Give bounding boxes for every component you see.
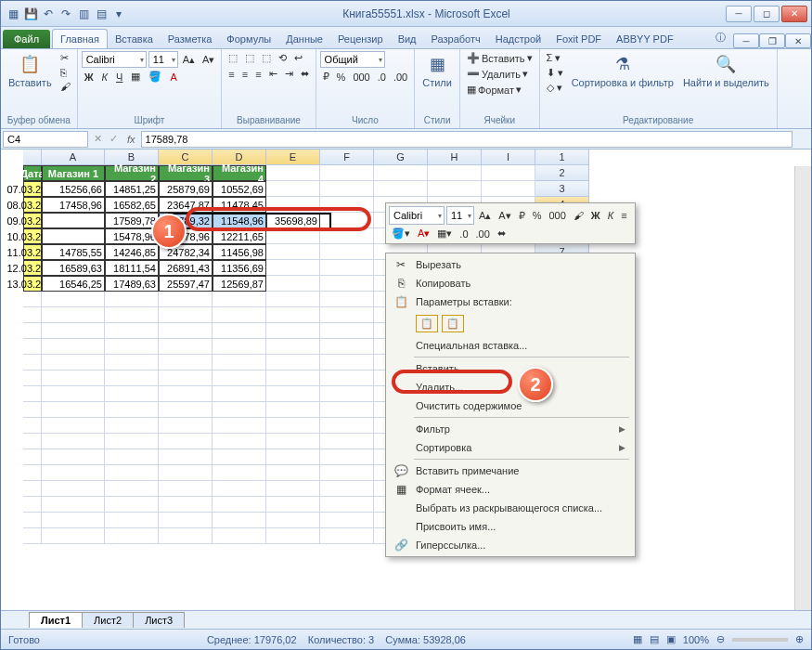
mini-grow[interactable]: A▴ [476,209,494,223]
cell[interactable] [213,528,266,544]
cell[interactable] [159,528,213,544]
cell[interactable] [266,418,320,434]
cell[interactable] [374,181,428,197]
data-cell[interactable]: 25597,47 [159,276,213,292]
cell[interactable] [482,181,535,197]
format-cells[interactable]: ▦ Формат ▾ [464,83,524,97]
ctx-dropdown[interactable]: Выбрать из раскрывающегося списка... [388,499,633,517]
sheet-tab[interactable]: Лист2 [82,612,134,628]
cell[interactable] [23,418,42,434]
cell[interactable] [213,449,266,465]
cell[interactable] [42,339,105,355]
cell[interactable] [320,244,374,260]
mini-shrink[interactable]: A▾ [496,209,513,223]
formula-bar[interactable]: 17589,78 [141,131,793,148]
align-right[interactable]: ≡ [252,67,264,81]
header-cell[interactable]: Дата [23,165,42,181]
vertical-scrollbar[interactable] [794,166,811,610]
cell[interactable] [320,513,374,528]
cell[interactable] [266,165,320,181]
cell[interactable] [266,260,320,276]
cell[interactable] [105,323,159,339]
cell[interactable] [23,323,42,339]
bold-button[interactable]: Ж [82,70,97,84]
cell[interactable] [42,481,105,497]
cell[interactable] [428,181,482,197]
cell[interactable] [159,402,213,418]
paste-option-icon[interactable]: 📋 [416,315,438,332]
cell[interactable] [159,355,213,370]
data-cell[interactable]: 14785,55 [42,244,105,260]
tab-formulas[interactable]: Формулы [219,30,278,48]
delete-cells[interactable]: ➖ Удалить ▾ [464,67,531,81]
doc-close-button[interactable]: ✕ [785,33,811,48]
cell[interactable] [23,386,42,402]
align-center[interactable]: ≡ [239,67,251,81]
cell[interactable] [320,465,374,481]
cell[interactable] [213,513,266,528]
shrink-font[interactable]: A▾ [200,51,217,68]
comma[interactable]: 000 [350,70,372,84]
cell[interactable] [428,165,482,181]
undo-icon[interactable]: ↶ [40,6,57,22]
mini-size[interactable]: 11 [446,206,474,225]
inc-dec[interactable]: .0 [375,70,389,84]
cell[interactable] [320,228,374,244]
merge[interactable]: ⬌ [298,67,312,81]
cell[interactable] [320,276,374,292]
align-bot[interactable]: ⬚ [259,51,274,65]
dec-dec[interactable]: .00 [391,70,410,84]
data-cell[interactable]: 17458,96 [42,197,105,213]
cell[interactable] [320,355,374,370]
cell[interactable] [266,513,320,528]
cell[interactable] [320,434,374,449]
cell[interactable] [266,307,320,323]
cell[interactable] [159,292,213,307]
cell[interactable] [213,497,266,513]
align-top[interactable]: ⬚ [226,51,240,65]
cell[interactable] [42,465,105,481]
cell[interactable] [266,228,320,244]
save-icon[interactable]: 💾 [22,6,39,22]
cell[interactable] [23,449,42,465]
doc-restore-button[interactable]: ❐ [759,33,785,48]
tab-view[interactable]: Вид [391,30,424,48]
date-cell[interactable]: 09.03.2017 [23,213,42,228]
cell[interactable] [374,165,428,181]
data-cell[interactable]: 11456,98 [213,244,266,260]
cell[interactable] [266,197,320,213]
cell[interactable] [266,181,320,197]
currency[interactable]: ₽ [320,70,332,84]
sheet-tab[interactable]: Лист1 [29,612,83,628]
minimize-button[interactable]: ─ [726,6,752,22]
cell[interactable] [23,307,42,323]
cell[interactable] [105,449,159,465]
cell[interactable] [320,292,374,307]
cell[interactable] [105,339,159,355]
cell[interactable] [266,355,320,370]
mini-fontcolor[interactable]: A▾ [415,227,432,240]
paste-option-icon[interactable]: 📋 [442,315,464,332]
zoom-slider[interactable] [732,638,788,642]
date-cell[interactable]: 13.03.2017 [23,276,42,292]
data-cell[interactable]: 12569,87 [213,276,266,292]
cell[interactable] [266,276,320,292]
border-button[interactable]: ▦ [128,70,143,84]
align-mid[interactable]: ⬚ [242,51,257,65]
orientation[interactable]: ⟲ [276,51,290,65]
mini-currency[interactable]: ₽ [516,209,528,223]
data-cell[interactable]: 17589,78 [105,213,159,228]
grow-font[interactable]: A▴ [180,51,198,68]
data-cell[interactable]: 25879,69 [159,181,213,197]
cell[interactable] [105,292,159,307]
cell[interactable] [105,386,159,402]
cell[interactable] [320,260,374,276]
view-layout-icon[interactable]: ▤ [650,633,659,645]
cell[interactable] [266,528,320,544]
tab-data[interactable]: Данные [278,30,330,48]
cell[interactable] [105,307,159,323]
cell[interactable] [159,323,213,339]
cell[interactable] [23,292,42,307]
data-cell[interactable]: 17489,63 [105,276,159,292]
mini-italic[interactable]: К [605,209,616,222]
